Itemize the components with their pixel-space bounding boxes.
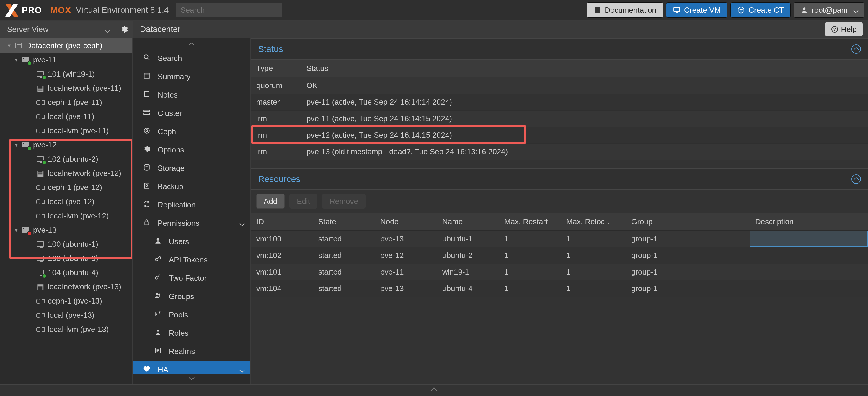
nav-icon — [142, 145, 151, 155]
tree-child[interactable]: local-lvm (pve-13) — [0, 322, 132, 336]
tree-node[interactable]: pve-13 — [0, 223, 132, 237]
resource-row[interactable]: vm:101 started pve-11 win19-1 1 1 group-… — [251, 263, 868, 280]
tree-child[interactable]: local (pve-11) — [0, 109, 132, 123]
cell-node: pve-13 — [375, 284, 437, 293]
tree-child[interactable]: localnetwork (pve-11) — [0, 81, 132, 95]
search-input[interactable]: Search — [176, 3, 282, 17]
cell-max-restart: 1 — [499, 267, 561, 277]
nav-icon — [154, 310, 162, 320]
tree-child[interactable]: local (pve-13) — [0, 308, 132, 322]
status-row[interactable]: lrm pve-13 (old timestamp - dead?, Tue S… — [251, 144, 868, 160]
status-row[interactable]: lrm pve-12 (active, Tue Sep 24 16:14:15 … — [251, 127, 868, 144]
settings-button[interactable] — [115, 21, 133, 38]
server-icon — [21, 55, 31, 64]
nav-item-options[interactable]: Options — [133, 141, 250, 159]
col-description[interactable]: Description — [750, 213, 868, 230]
nav-item-summary[interactable]: Summary — [133, 67, 250, 86]
tree-child[interactable]: ceph-1 (pve-12) — [0, 180, 132, 194]
nav-item-cluster[interactable]: Cluster — [133, 104, 250, 122]
expand-icon[interactable] — [5, 42, 13, 49]
tree-child[interactable]: 100 (ubuntu-1) — [0, 237, 132, 251]
nav-item-groups[interactable]: Groups — [133, 287, 250, 306]
expand-icon[interactable] — [12, 56, 21, 63]
add-button[interactable]: Add — [256, 194, 285, 209]
tree-child[interactable]: 101 (win19-1) — [0, 67, 132, 81]
nav-item-search[interactable]: Search — [133, 49, 250, 67]
nav-item-users[interactable]: Users — [133, 232, 250, 251]
status-grid: quorum OKmaster pve-11 (active, Tue Sep … — [251, 78, 868, 160]
tree-child[interactable]: local (pve-12) — [0, 194, 132, 209]
nav-item-replication[interactable]: Replication — [133, 196, 250, 214]
col-name[interactable]: Name — [437, 213, 499, 230]
col-group[interactable]: Group — [626, 213, 750, 230]
col-type[interactable]: Type — [251, 64, 301, 73]
resource-row[interactable]: vm:104 started pve-13 ubuntu-4 1 1 group… — [251, 280, 868, 297]
resources-panel-header: Resources — [251, 168, 868, 190]
col-max-reloc[interactable]: Max. Reloc… — [561, 213, 626, 230]
status-row[interactable]: quorum OK — [251, 78, 868, 94]
tree-child[interactable]: ceph-1 (pve-13) — [0, 294, 132, 308]
nav-icon — [142, 127, 151, 137]
documentation-button[interactable]: Documentation — [587, 2, 663, 18]
nav-item-realms[interactable]: Realms — [133, 342, 250, 361]
nav-item-permissions[interactable]: Permissions — [133, 214, 250, 232]
create-ct-button[interactable]: Create CT — [731, 2, 790, 18]
user-menu-button[interactable]: root@pam — [794, 2, 864, 18]
nav-item-label: Options — [158, 145, 184, 154]
nav-item-ceph[interactable]: Ceph — [133, 122, 250, 141]
col-node[interactable]: Node — [375, 213, 437, 230]
nav-item-ha[interactable]: HA — [133, 361, 250, 373]
col-state[interactable]: State — [313, 213, 375, 230]
tree-child[interactable]: 103 (ubuntu-3) — [0, 251, 132, 265]
nav-item-roles[interactable]: Roles — [133, 324, 250, 342]
help-button[interactable]: ? Help — [825, 22, 863, 36]
nav-item-notes[interactable]: Notes — [133, 86, 250, 104]
status-type: lrm — [251, 114, 301, 123]
breadcrumb-text: Datacenter — [140, 25, 180, 34]
nav-item-pools[interactable]: Pools — [133, 306, 250, 324]
tree-node[interactable]: pve-12 — [0, 138, 132, 152]
col-id[interactable]: ID — [251, 213, 313, 230]
nav-item-storage[interactable]: Storage — [133, 159, 250, 177]
view-selector[interactable]: Server View — [0, 21, 115, 38]
col-max-restart[interactable]: Max. Restart — [499, 213, 561, 230]
task-log-collapsed[interactable] — [0, 384, 868, 396]
tree-child[interactable]: 102 (ubuntu-2) — [0, 152, 132, 166]
collapse-button[interactable] — [851, 174, 861, 184]
tree-child-label: local (pve-13) — [48, 311, 94, 320]
col-status[interactable]: Status — [301, 64, 868, 73]
cell-name: ubuntu-4 — [437, 284, 499, 293]
status-row[interactable]: master pve-11 (active, Tue Sep 24 16:14:… — [251, 94, 868, 111]
nav-item-label: Cluster — [158, 109, 182, 118]
svg-point-20 — [156, 293, 158, 295]
resource-row[interactable]: vm:100 started pve-13 ubuntu-1 1 1 group… — [251, 230, 868, 247]
expand-icon[interactable] — [12, 226, 21, 233]
tree-child[interactable]: local-lvm (pve-11) — [0, 123, 132, 138]
resources-columns: ID State Node Name Max. Restart Max. Rel… — [251, 213, 868, 230]
resources-grid: vm:100 started pve-13 ubuntu-1 1 1 group… — [251, 230, 868, 297]
tree-child[interactable]: localnetwork (pve-13) — [0, 280, 132, 294]
create-vm-button[interactable]: Create VM — [666, 2, 727, 18]
vm-icon — [35, 268, 45, 277]
tree-child[interactable]: ceph-1 (pve-11) — [0, 95, 132, 109]
tree-child[interactable]: localnetwork (pve-12) — [0, 166, 132, 180]
expand-icon[interactable] — [12, 141, 21, 148]
nav-scroll-up[interactable] — [133, 38, 250, 49]
nav-scroll-down[interactable] — [133, 373, 250, 384]
nav-item-two-factor[interactable]: Two Factor — [133, 269, 250, 287]
tree-datacenter[interactable]: Datacenter (pve-ceph) — [0, 38, 132, 53]
tree-child[interactable]: 104 (ubuntu-4) — [0, 265, 132, 280]
resource-row[interactable]: vm:102 started pve-12 ubuntu-2 1 1 group… — [251, 247, 868, 263]
vm-icon — [35, 240, 45, 249]
collapse-button[interactable] — [851, 44, 861, 54]
status-row[interactable]: lrm pve-11 (active, Tue Sep 24 16:14:15 … — [251, 111, 868, 127]
nav-item-label: Search — [158, 54, 182, 63]
tree-child-label: ceph-1 (pve-13) — [48, 296, 102, 306]
tree-node-label: pve-12 — [33, 140, 57, 149]
tree-child[interactable]: local-lvm (pve-12) — [0, 209, 132, 223]
nav-item-api-tokens[interactable]: API Tokens — [133, 251, 250, 269]
nav-icon — [154, 237, 162, 247]
nav-item-backup[interactable]: Backup — [133, 177, 250, 196]
tree-node[interactable]: pve-11 — [0, 53, 132, 67]
cell-id: vm:101 — [251, 267, 313, 277]
